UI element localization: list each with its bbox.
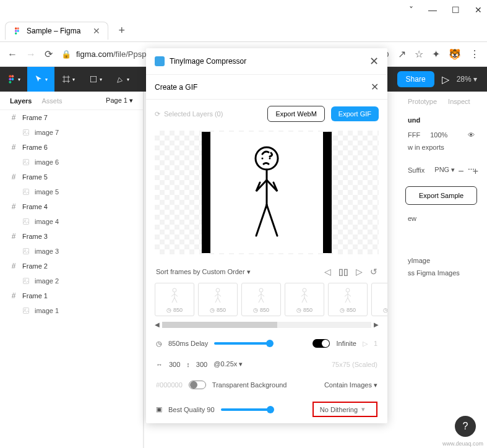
svg-rect-22 — [24, 278, 29, 284]
move-tool[interactable]: ▾ — [27, 67, 54, 92]
next-frame-icon[interactable]: ▷ — [356, 267, 363, 277]
frame-tool[interactable]: ▾ — [54, 67, 82, 92]
tab-close-icon[interactable]: ✕ — [93, 26, 100, 36]
window-minimize[interactable]: — — [428, 5, 437, 15]
layer-frame[interactable]: Frame 7 — [0, 110, 143, 125]
layer-image[interactable]: image 5 — [0, 184, 143, 199]
present-icon[interactable]: ▷ — [442, 74, 449, 85]
share-button[interactable]: Share — [397, 71, 434, 87]
svg-line-36 — [172, 298, 175, 303]
frame-thumbnail[interactable]: ◷850 — [328, 283, 368, 316]
svg-line-55 — [304, 298, 307, 303]
layer-image[interactable]: image 2 — [0, 274, 143, 288]
frame-thumbnail[interactable]: ◷850 — [241, 283, 281, 316]
reset-icon[interactable]: ↺ — [370, 267, 377, 277]
watermark: www.deuaq.com — [442, 441, 483, 447]
svg-line-46 — [258, 294, 261, 296]
bg-hex[interactable]: FFF — [408, 131, 420, 139]
prev-frame-icon[interactable]: ◁ — [324, 267, 331, 277]
svg-line-31 — [267, 205, 277, 236]
transparent-toggle[interactable] — [189, 381, 206, 389]
profile-icon[interactable]: 🐯 — [449, 48, 461, 60]
refresh-icon[interactable]: ⟳ — [155, 110, 160, 118]
layer-image[interactable]: image 1 — [0, 303, 143, 318]
frame-thumbnail[interactable]: ◷850 — [198, 283, 238, 316]
export-suffix[interactable]: Suffix — [408, 166, 425, 174]
export-gif-button[interactable]: Export GIF — [331, 106, 379, 121]
layer-frame[interactable]: Frame 4 — [0, 199, 143, 214]
layer-frame[interactable]: Frame 2 — [0, 259, 143, 274]
window-close[interactable]: ✕ — [475, 5, 482, 15]
export-webm-button[interactable]: Export WebM — [267, 106, 324, 122]
window-dropdown-icon[interactable]: ˅ — [409, 5, 413, 15]
quality-slider[interactable] — [221, 408, 270, 411]
svg-line-54 — [302, 298, 304, 303]
svg-point-23 — [25, 280, 26, 281]
remove-export-icon[interactable]: − — [458, 166, 463, 177]
width-value[interactable]: 300 — [169, 361, 180, 368]
svg-rect-10 — [90, 76, 96, 82]
tab-prototype[interactable]: Prototype — [408, 98, 437, 105]
sort-frames-dropdown[interactable]: Sort frames by Custom Order ▾ — [156, 268, 251, 276]
svg-rect-18 — [24, 219, 29, 225]
pen-tool[interactable]: ▾ — [109, 67, 136, 92]
layer-image[interactable]: image 3 — [0, 244, 143, 259]
svg-point-5 — [9, 75, 11, 77]
pause-icon[interactable]: ▯▯ — [338, 267, 348, 277]
bookmark-icon[interactable]: ☆ — [415, 48, 423, 60]
layer-frame[interactable]: Frame 1 — [0, 288, 143, 303]
lock-icon: 🔒 — [61, 50, 71, 59]
show-in-exports[interactable]: w in exports — [408, 144, 444, 151]
scale-dropdown[interactable]: @0.25x ▾ — [213, 360, 243, 368]
layer-frame[interactable]: Frame 5 — [0, 170, 143, 184]
bg-hex-input[interactable]: #000000 — [156, 381, 183, 389]
layer-image[interactable]: image 6 — [0, 155, 143, 170]
menu-icon[interactable]: ⋮ — [470, 48, 480, 60]
reload-button[interactable]: ⟳ — [45, 48, 53, 60]
dithering-dropdown[interactable]: No Dithering ▾ — [312, 402, 377, 417]
layer-frame[interactable]: Frame 3 — [0, 229, 143, 244]
image-icon — [22, 277, 30, 285]
height-icon: ↕ — [186, 361, 190, 368]
contain-dropdown[interactable]: Contain Images ▾ — [324, 381, 377, 389]
frame-icon — [10, 173, 17, 181]
help-button[interactable]: ? — [455, 416, 476, 437]
modal-close-icon[interactable]: ✕ — [369, 54, 379, 68]
svg-line-61 — [348, 298, 350, 303]
frame-thumbnail[interactable]: ◷850 — [371, 283, 387, 316]
layer-image[interactable]: image 4 — [0, 214, 143, 229]
frames-strip[interactable]: ◷850◷850◷850◷850◷850◷850 — [146, 283, 387, 320]
add-export-icon[interactable]: + — [473, 166, 478, 177]
figma-menu-button[interactable]: ▾ — [0, 74, 27, 84]
tab-inspect[interactable]: Inspect — [448, 98, 470, 105]
window-maximize[interactable]: ☐ — [452, 5, 460, 15]
layer-image[interactable]: image 7 — [0, 125, 143, 140]
extensions-icon[interactable]: ✦ — [432, 48, 440, 60]
shape-tool[interactable]: ▾ — [82, 67, 109, 92]
frame-thumbnail[interactable]: ◷850 — [155, 283, 194, 316]
delay-slider[interactable] — [214, 342, 270, 345]
frame-thumbnail[interactable]: ◷850 — [285, 283, 324, 316]
modal-sub-close-icon[interactable]: ✕ — [371, 81, 379, 93]
infinite-toggle[interactable] — [312, 339, 330, 348]
page-dropdown[interactable]: Page 1 ▾ — [106, 97, 133, 105]
frame-icon — [10, 233, 17, 240]
play-count-icon: ▷ — [363, 340, 368, 348]
frames-scrollbar[interactable]: ◀▶ — [146, 320, 387, 333]
height-value[interactable]: 300 — [196, 361, 207, 368]
eye-icon[interactable]: 👁 — [468, 131, 475, 139]
back-button[interactable]: ← — [7, 49, 17, 60]
bg-opacity[interactable]: 100% — [430, 131, 447, 139]
tab-layers[interactable]: Layers — [10, 97, 32, 105]
browser-tab[interactable]: Sample – Figma ✕ — [5, 22, 108, 40]
zoom-dropdown[interactable]: 28% ▾ — [457, 75, 477, 84]
new-tab-button[interactable]: + — [113, 24, 130, 37]
layer-frame[interactable]: Frame 6 — [0, 140, 143, 155]
frame-icon — [10, 144, 17, 151]
share-url-icon[interactable]: ↗ — [398, 48, 406, 60]
frame-icon — [10, 203, 17, 210]
tinyimage-label: yImage — [408, 257, 475, 264]
tab-assets[interactable]: Assets — [41, 97, 62, 105]
export-format[interactable]: PNG ▾ — [434, 166, 455, 174]
export-sample-button[interactable]: Export Sample — [405, 186, 477, 205]
